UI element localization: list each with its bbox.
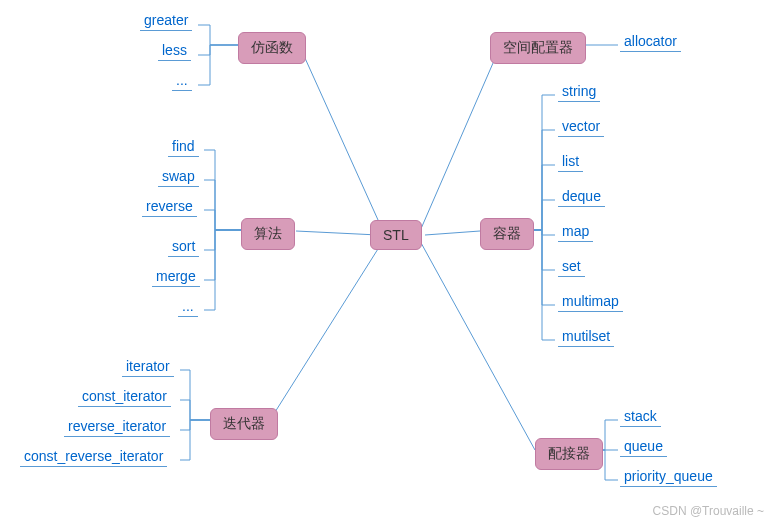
branch-functor: 仿函数 [238, 32, 306, 64]
leaf-iterator-0: iterator [122, 358, 174, 377]
leaf-iterator-3: const_reverse_iterator [20, 448, 167, 467]
leaf-container-1: vector [558, 118, 604, 137]
leaf-allocator-0: allocator [620, 33, 681, 52]
leaf-algorithm-4: merge [152, 268, 200, 287]
branch-iterator: 迭代器 [210, 408, 278, 440]
leaf-algorithm-1: swap [158, 168, 199, 187]
branch-allocator: 空间配置器 [490, 32, 586, 64]
leaf-container-3: deque [558, 188, 605, 207]
leaf-algorithm-0: find [168, 138, 199, 157]
leaf-functor-1: less [158, 42, 191, 61]
leaf-functor-0: greater [140, 12, 192, 31]
svg-line-0 [300, 47, 383, 231]
leaf-iterator-2: reverse_iterator [64, 418, 170, 437]
leaf-container-2: list [558, 153, 583, 172]
svg-line-3 [420, 47, 500, 231]
leaf-container-5: set [558, 258, 585, 277]
svg-line-4 [425, 231, 480, 235]
watermark-text: CSDN @Trouvaille ~ [653, 504, 764, 518]
leaf-iterator-1: const_iterator [78, 388, 171, 407]
leaf-algorithm-3: sort [168, 238, 199, 257]
leaf-container-7: mutilset [558, 328, 614, 347]
leaf-container-6: multimap [558, 293, 623, 312]
leaf-adapter-0: stack [620, 408, 661, 427]
leaf-algorithm-2: reverse [142, 198, 197, 217]
root-node: STL [370, 220, 422, 250]
leaf-adapter-2: priority_queue [620, 468, 717, 487]
branch-adapter: 配接器 [535, 438, 603, 470]
branch-algorithm: 算法 [241, 218, 295, 250]
svg-line-5 [420, 241, 535, 450]
leaf-container-4: map [558, 223, 593, 242]
leaf-algorithm-5: ... [178, 298, 198, 317]
leaf-functor-2: ... [172, 72, 192, 91]
svg-line-1 [296, 231, 378, 235]
leaf-adapter-1: queue [620, 438, 667, 457]
svg-line-2 [270, 241, 383, 420]
branch-container: 容器 [480, 218, 534, 250]
leaf-container-0: string [558, 83, 600, 102]
